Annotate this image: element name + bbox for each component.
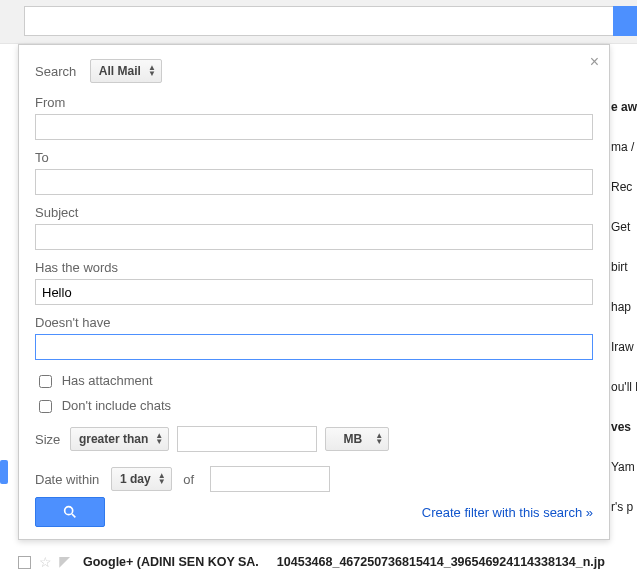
date-range-select[interactable]: 1 day ▲▼ xyxy=(111,467,172,491)
size-label: Size xyxy=(35,432,60,447)
create-filter-link[interactable]: Create filter with this search » xyxy=(422,505,593,520)
updown-icon: ▲▼ xyxy=(375,433,383,445)
date-range-value: 1 day xyxy=(120,472,151,486)
top-toolbar xyxy=(0,0,637,44)
search-scope-select[interactable]: All Mail ▲▼ xyxy=(90,59,162,83)
size-op-select[interactable]: greater than ▲▼ xyxy=(70,427,169,451)
size-op-value: greater than xyxy=(79,432,148,446)
svg-point-0 xyxy=(65,507,73,515)
search-scope-label: Search xyxy=(35,64,76,79)
close-icon[interactable]: × xyxy=(590,53,599,71)
date-within-label: Date within xyxy=(35,472,99,487)
advanced-search-panel: × Search All Mail ▲▼ From To Subject Has… xyxy=(18,44,610,540)
has-words-input[interactable] xyxy=(35,279,593,305)
to-label: To xyxy=(35,150,593,165)
star-icon[interactable]: ☆ xyxy=(39,554,52,570)
updown-icon: ▲▼ xyxy=(148,65,156,77)
background-mail-snippets: e aw ma / Rec Get birt hap Iraw ou'll l … xyxy=(611,100,637,540)
row-sender: Google+ (ADINI SEN KOY SA. xyxy=(83,555,259,569)
dont-include-chats-label: Don't include chats xyxy=(62,398,171,413)
subject-input[interactable] xyxy=(35,224,593,250)
has-attachment-checkbox[interactable] xyxy=(39,375,52,388)
compose-button-edge xyxy=(0,460,8,484)
global-search-input[interactable] xyxy=(24,6,617,36)
date-value-input[interactable] xyxy=(210,466,330,492)
date-of-label: of xyxy=(183,472,194,487)
dont-include-chats-checkbox[interactable] xyxy=(39,400,52,413)
to-input[interactable] xyxy=(35,169,593,195)
important-icon[interactable]: ◣ xyxy=(58,557,74,568)
updown-icon: ▲▼ xyxy=(158,473,166,485)
has-words-label: Has the words xyxy=(35,260,593,275)
subject-label: Subject xyxy=(35,205,593,220)
size-unit-select[interactable]: MB ▲▼ xyxy=(325,427,390,451)
updown-icon: ▲▼ xyxy=(155,433,163,445)
global-search-button[interactable] xyxy=(613,6,637,36)
has-attachment-label: Has attachment xyxy=(62,373,153,388)
search-submit-button[interactable] xyxy=(35,497,105,527)
doesnt-have-label: Doesn't have xyxy=(35,315,593,330)
row-checkbox[interactable] xyxy=(18,556,31,569)
size-value-input[interactable] xyxy=(177,426,317,452)
search-scope-value: All Mail xyxy=(99,64,141,78)
row-subject: 10453468_467250736815414_396546924114338… xyxy=(277,555,605,569)
svg-line-1 xyxy=(72,514,75,517)
size-unit-value: MB xyxy=(344,432,363,446)
search-icon xyxy=(62,504,78,520)
from-label: From xyxy=(35,95,593,110)
mail-list-row[interactable]: ☆ ◣ Google+ (ADINI SEN KOY SA. 10453468_… xyxy=(18,552,637,571)
from-input[interactable] xyxy=(35,114,593,140)
doesnt-have-input[interactable] xyxy=(35,334,593,360)
